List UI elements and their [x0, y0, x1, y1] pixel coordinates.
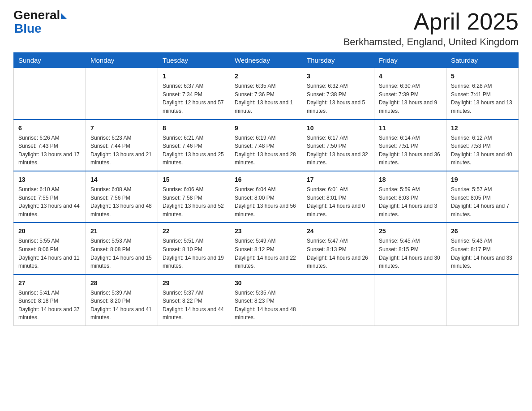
day-info: Sunrise: 5:47 AMSunset: 8:13 PMDaylight:… — [307, 237, 369, 270]
day-of-week-header: Monday — [86, 53, 158, 68]
day-of-week-header: Tuesday — [158, 53, 230, 68]
day-number: 2 — [235, 72, 297, 81]
day-info: Sunrise: 5:41 AMSunset: 8:18 PMDaylight:… — [18, 289, 81, 322]
calendar-cell: 6Sunrise: 6:26 AMSunset: 7:43 PMDaylight… — [14, 120, 86, 171]
day-of-week-header: Sunday — [14, 53, 86, 68]
day-number: 22 — [163, 227, 225, 236]
title-area: April 2025 Berkhamsted, England, United … — [343, 9, 519, 48]
day-info: Sunrise: 6:30 AMSunset: 7:39 PMDaylight:… — [379, 82, 442, 115]
calendar-cell — [446, 274, 519, 326]
day-info: Sunrise: 6:19 AMSunset: 7:48 PMDaylight:… — [235, 134, 297, 167]
day-number: 1 — [163, 72, 225, 81]
day-info: Sunrise: 6:35 AMSunset: 7:36 PMDaylight:… — [235, 82, 297, 115]
calendar-cell: 30Sunrise: 5:35 AMSunset: 8:23 PMDayligh… — [230, 274, 302, 326]
day-of-week-header: Saturday — [446, 53, 519, 68]
calendar-cell: 4Sunrise: 6:30 AMSunset: 7:39 PMDaylight… — [374, 68, 446, 120]
day-info: Sunrise: 5:53 AMSunset: 8:08 PMDaylight:… — [90, 237, 153, 270]
month-title: April 2025 — [343, 9, 519, 34]
day-number: 3 — [307, 72, 369, 81]
calendar-cell: 25Sunrise: 5:45 AMSunset: 8:15 PMDayligh… — [374, 223, 446, 274]
day-info: Sunrise: 6:01 AMSunset: 8:01 PMDaylight:… — [307, 185, 369, 218]
day-info: Sunrise: 5:37 AMSunset: 8:22 PMDaylight:… — [163, 289, 225, 322]
day-number: 16 — [235, 175, 297, 184]
calendar-cell: 28Sunrise: 5:39 AMSunset: 8:20 PMDayligh… — [86, 274, 158, 326]
day-number: 30 — [235, 278, 297, 288]
day-info: Sunrise: 5:57 AMSunset: 8:05 PMDaylight:… — [451, 185, 514, 218]
day-of-week-header: Wednesday — [230, 53, 302, 68]
day-number: 6 — [18, 124, 81, 133]
day-info: Sunrise: 5:51 AMSunset: 8:10 PMDaylight:… — [163, 237, 225, 270]
day-number: 10 — [307, 124, 369, 133]
calendar-cell: 17Sunrise: 6:01 AMSunset: 8:01 PMDayligh… — [302, 171, 374, 223]
calendar-cell: 13Sunrise: 6:10 AMSunset: 7:55 PMDayligh… — [14, 171, 86, 223]
calendar-cell: 22Sunrise: 5:51 AMSunset: 8:10 PMDayligh… — [158, 223, 230, 274]
day-info: Sunrise: 6:04 AMSunset: 8:00 PMDaylight:… — [235, 185, 297, 218]
calendar-cell: 23Sunrise: 5:49 AMSunset: 8:12 PMDayligh… — [230, 223, 302, 274]
day-number: 14 — [90, 175, 153, 184]
day-number: 27 — [18, 278, 81, 288]
day-info: Sunrise: 5:45 AMSunset: 8:15 PMDaylight:… — [379, 237, 442, 270]
day-info: Sunrise: 6:10 AMSunset: 7:55 PMDaylight:… — [18, 185, 81, 218]
calendar-cell: 15Sunrise: 6:06 AMSunset: 7:58 PMDayligh… — [158, 171, 230, 223]
day-number: 21 — [90, 227, 153, 236]
day-info: Sunrise: 5:55 AMSunset: 8:06 PMDaylight:… — [18, 237, 81, 270]
day-info: Sunrise: 5:35 AMSunset: 8:23 PMDaylight:… — [235, 289, 297, 322]
day-info: Sunrise: 6:12 AMSunset: 7:53 PMDaylight:… — [451, 134, 514, 167]
calendar-cell — [86, 68, 158, 120]
calendar-header-row: SundayMondayTuesdayWednesdayThursdayFrid… — [14, 53, 519, 68]
day-number: 9 — [235, 124, 297, 133]
day-info: Sunrise: 6:32 AMSunset: 7:38 PMDaylight:… — [307, 82, 369, 115]
day-number: 17 — [307, 175, 369, 184]
logo-blue-text: Blue — [14, 21, 42, 36]
calendar-cell: 16Sunrise: 6:04 AMSunset: 8:00 PMDayligh… — [230, 171, 302, 223]
calendar-cell: 27Sunrise: 5:41 AMSunset: 8:18 PMDayligh… — [14, 274, 86, 326]
day-info: Sunrise: 6:14 AMSunset: 7:51 PMDaylight:… — [379, 134, 442, 167]
day-number: 12 — [451, 124, 514, 133]
logo-arrow-icon — [61, 13, 67, 19]
day-of-week-header: Friday — [374, 53, 446, 68]
calendar-cell: 9Sunrise: 6:19 AMSunset: 7:48 PMDaylight… — [230, 120, 302, 171]
day-number: 15 — [163, 175, 225, 184]
calendar-table: SundayMondayTuesdayWednesdayThursdayFrid… — [13, 52, 519, 326]
day-info: Sunrise: 6:23 AMSunset: 7:44 PMDaylight:… — [90, 134, 153, 167]
calendar-week-row: 27Sunrise: 5:41 AMSunset: 8:18 PMDayligh… — [14, 274, 519, 326]
calendar-cell — [302, 274, 374, 326]
day-info: Sunrise: 6:28 AMSunset: 7:41 PMDaylight:… — [451, 82, 514, 115]
calendar-cell: 21Sunrise: 5:53 AMSunset: 8:08 PMDayligh… — [86, 223, 158, 274]
calendar-week-row: 20Sunrise: 5:55 AMSunset: 8:06 PMDayligh… — [14, 223, 519, 274]
calendar-week-row: 6Sunrise: 6:26 AMSunset: 7:43 PMDaylight… — [14, 120, 519, 171]
calendar-cell: 19Sunrise: 5:57 AMSunset: 8:05 PMDayligh… — [446, 171, 519, 223]
day-number: 25 — [379, 227, 442, 236]
day-number: 23 — [235, 227, 297, 236]
day-info: Sunrise: 6:17 AMSunset: 7:50 PMDaylight:… — [307, 134, 369, 167]
day-number: 11 — [379, 124, 442, 133]
calendar-cell: 20Sunrise: 5:55 AMSunset: 8:06 PMDayligh… — [14, 223, 86, 274]
calendar-cell: 7Sunrise: 6:23 AMSunset: 7:44 PMDaylight… — [86, 120, 158, 171]
calendar-cell: 8Sunrise: 6:21 AMSunset: 7:46 PMDaylight… — [158, 120, 230, 171]
calendar-cell: 18Sunrise: 5:59 AMSunset: 8:03 PMDayligh… — [374, 171, 446, 223]
calendar-cell: 12Sunrise: 6:12 AMSunset: 7:53 PMDayligh… — [446, 120, 519, 171]
location-subtitle: Berkhamsted, England, United Kingdom — [343, 36, 519, 48]
calendar-cell: 26Sunrise: 5:43 AMSunset: 8:17 PMDayligh… — [446, 223, 519, 274]
day-info: Sunrise: 6:26 AMSunset: 7:43 PMDaylight:… — [18, 134, 81, 167]
day-info: Sunrise: 6:06 AMSunset: 7:58 PMDaylight:… — [163, 185, 225, 218]
calendar-week-row: 13Sunrise: 6:10 AMSunset: 7:55 PMDayligh… — [14, 171, 519, 223]
header: General Blue April 2025 Berkhamsted, Eng… — [13, 9, 519, 48]
day-info: Sunrise: 6:21 AMSunset: 7:46 PMDaylight:… — [163, 134, 225, 167]
calendar-cell — [14, 68, 86, 120]
day-number: 26 — [451, 227, 514, 236]
logo: General — [13, 9, 67, 21]
day-number: 28 — [90, 278, 153, 288]
calendar-cell: 5Sunrise: 6:28 AMSunset: 7:41 PMDaylight… — [446, 68, 519, 120]
day-info: Sunrise: 5:49 AMSunset: 8:12 PMDaylight:… — [235, 237, 297, 270]
day-info: Sunrise: 5:59 AMSunset: 8:03 PMDaylight:… — [379, 185, 442, 218]
day-number: 13 — [18, 175, 81, 184]
day-number: 8 — [163, 124, 225, 133]
day-number: 19 — [451, 175, 514, 184]
day-number: 18 — [379, 175, 442, 184]
day-number: 24 — [307, 227, 369, 236]
calendar-week-row: 1Sunrise: 6:37 AMSunset: 7:34 PMDaylight… — [14, 68, 519, 120]
day-of-week-header: Thursday — [302, 53, 374, 68]
day-number: 7 — [90, 124, 153, 133]
logo-general-text: General — [13, 9, 60, 21]
